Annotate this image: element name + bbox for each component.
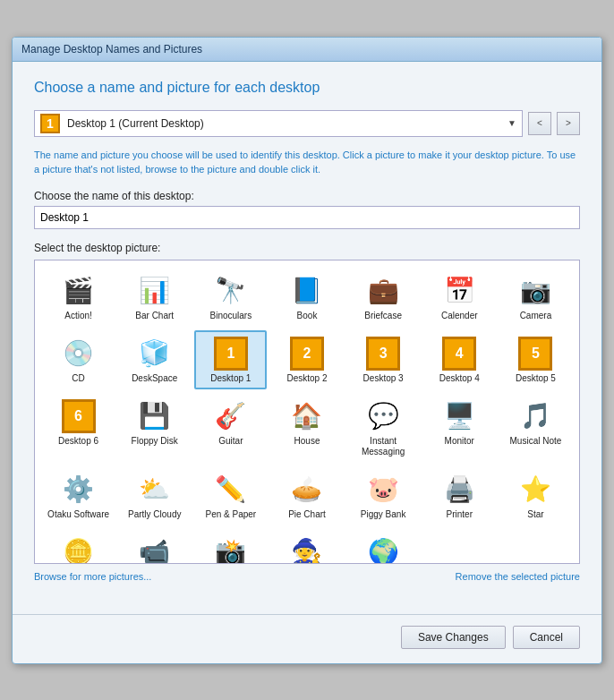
footer: Save Changes Cancel: [13, 626, 601, 663]
manage-dialog: Manage Desktop Names and Pictures Choose…: [12, 37, 602, 664]
pic-label-book: Book: [297, 311, 318, 321]
pic-item-world[interactable]: 🌍World: [347, 529, 420, 564]
pic-label-deskspace: DeskSpace: [132, 373, 177, 384]
pic-item-desktop6[interactable]: 6Desktop 6: [42, 393, 115, 463]
pic-item-desktop1[interactable]: 1Desktop 1: [194, 330, 267, 389]
pic-label-desktop2: Desktop 2: [286, 373, 327, 384]
pic-icon-action: 🎬: [61, 273, 97, 309]
pic-item-monitor[interactable]: 🖥️Monitor: [423, 393, 496, 463]
pic-icon-desktop3: 3: [365, 336, 401, 371]
pic-label-briefcase: Briefcase: [364, 311, 402, 321]
pic-item-printer[interactable]: 🖨️Printer: [423, 466, 496, 525]
remove-link[interactable]: Remove the selected picture: [456, 571, 580, 582]
picture-grid: 🎬Action!📊Bar Chart🔭Binoculars📘Book💼Brief…: [42, 268, 572, 564]
desktop-dropdown[interactable]: 1 Desktop 1 (Current Desktop) ▼: [34, 110, 523, 137]
pic-item-piggybank[interactable]: 🐷Piggy Bank: [347, 466, 420, 525]
pic-label-action: Action!: [64, 311, 92, 321]
pic-item-star[interactable]: ⭐Star: [499, 466, 572, 525]
pic-item-guitar[interactable]: 🎸Guitar: [194, 393, 267, 463]
pic-icon-webcam: 📸: [213, 534, 249, 564]
pic-label-house: House: [294, 436, 320, 447]
pic-icon-calender: 📅: [441, 273, 477, 309]
pic-item-videocamera[interactable]: 📹Video Camera: [118, 529, 191, 564]
pic-item-deskspace[interactable]: 🧊DeskSpace: [118, 330, 191, 389]
next-desktop-button[interactable]: >: [557, 112, 580, 135]
pic-label-musicalnote: Musical Note: [510, 436, 562, 447]
picture-grid-container: 🎬Action!📊Bar Chart🔭Binoculars📘Book💼Brief…: [34, 260, 580, 564]
pic-icon-printer: 🖨️: [441, 472, 477, 508]
pic-item-cd[interactable]: 💿CD: [42, 330, 115, 389]
pic-label-binoculars: Binoculars: [210, 311, 252, 321]
pic-item-piechart[interactable]: 🥧Pie Chart: [270, 466, 343, 525]
cancel-button[interactable]: Cancel: [513, 626, 580, 649]
pic-item-treasurechest[interactable]: 🪙Treasure Chest: [42, 529, 115, 564]
pic-label-floppydisk: Floppy Disk: [132, 436, 178, 447]
prev-desktop-button[interactable]: <: [528, 112, 551, 135]
pic-icon-videocamera: 📹: [137, 534, 173, 564]
pic-item-book[interactable]: 📘Book: [270, 268, 343, 327]
pic-item-webcam[interactable]: 📸Webcam: [194, 529, 267, 564]
desktop-name-input[interactable]: [34, 206, 580, 229]
pic-item-wizardhat[interactable]: 🧙Wizard Hat: [270, 529, 343, 564]
pic-icon-house: 🏠: [289, 398, 325, 434]
pic-label-otaku: Otaku Software: [47, 509, 109, 520]
pic-icon-floppydisk: 💾: [137, 398, 173, 434]
pic-label-desktop3: Desktop 3: [363, 373, 404, 384]
pic-label-desktop1: Desktop 1: [210, 373, 251, 384]
pic-item-binoculars[interactable]: 🔭Binoculars: [194, 268, 267, 327]
pic-icon-binoculars: 🔭: [213, 273, 249, 309]
pic-item-desktop4[interactable]: 4Desktop 4: [423, 330, 496, 389]
save-button[interactable]: Save Changes: [401, 626, 506, 649]
browse-link[interactable]: Browse for more pictures...: [34, 571, 151, 582]
pic-item-floppydisk[interactable]: 💾Floppy Disk: [118, 393, 191, 463]
pic-item-briefcase[interactable]: 💼Briefcase: [347, 268, 420, 327]
pic-item-camera[interactable]: 📷Camera: [499, 268, 572, 327]
pic-item-calender[interactable]: 📅Calender: [423, 268, 496, 327]
picture-section-label: Select the desktop picture:: [34, 242, 580, 254]
pic-icon-desktop2: 2: [289, 336, 325, 371]
pic-icon-camera: 📷: [517, 273, 553, 309]
pic-icon-desktop6: 6: [61, 398, 97, 434]
pic-label-guitar: Guitar: [218, 436, 243, 447]
pic-icon-world: 🌍: [365, 534, 401, 564]
dropdown-text: Desktop 1 (Current Desktop): [67, 117, 500, 130]
pic-item-otaku[interactable]: ⚙️Otaku Software: [42, 466, 115, 525]
pic-item-penpaper[interactable]: ✏️Pen & Paper: [194, 466, 267, 525]
pic-label-piechart: Pie Chart: [288, 509, 326, 520]
pic-item-action[interactable]: 🎬Action!: [42, 268, 115, 327]
pic-icon-monitor: 🖥️: [441, 398, 477, 434]
dropdown-badge: 1: [40, 114, 60, 133]
pic-icon-barchart: 📊: [137, 273, 173, 309]
pic-label-printer: Printer: [447, 509, 473, 520]
dialog-title: Manage Desktop Names and Pictures: [21, 43, 202, 55]
pic-icon-cd: 💿: [61, 336, 97, 371]
pic-icon-desktop1: 1: [213, 336, 249, 371]
name-field-label: Choose the name of this desktop:: [34, 190, 580, 202]
dropdown-row: 1 Desktop 1 (Current Desktop) ▼ < >: [34, 110, 580, 137]
pic-icon-treasurechest: 🪙: [61, 534, 97, 564]
pic-label-cd: CD: [72, 373, 84, 384]
pic-item-house[interactable]: 🏠House: [270, 393, 343, 463]
pic-label-calender: Calender: [441, 311, 478, 321]
pic-item-desktop2[interactable]: 2Desktop 2: [270, 330, 343, 389]
pic-item-desktop5[interactable]: 5Desktop 5: [499, 330, 572, 389]
pic-icon-briefcase: 💼: [365, 273, 401, 309]
pic-item-musicalnote[interactable]: 🎵Musical Note: [499, 393, 572, 463]
pic-icon-penpaper: ✏️: [213, 472, 249, 508]
pic-item-barchart[interactable]: 📊Bar Chart: [118, 268, 191, 327]
pic-icon-piggybank: 🐷: [365, 472, 401, 508]
pic-label-camera: Camera: [520, 311, 552, 321]
separator: [13, 614, 601, 615]
pic-icon-musicalnote: 🎵: [517, 398, 553, 434]
pic-icon-desktop5: 5: [517, 336, 553, 371]
pic-label-desktop6: Desktop 6: [58, 436, 98, 447]
pic-label-penpaper: Pen & Paper: [205, 509, 256, 520]
pic-icon-guitar: 🎸: [213, 398, 249, 434]
pic-item-partlycloudy[interactable]: ⛅Partly Cloudy: [118, 466, 191, 525]
pic-item-instantmessaging[interactable]: 💬Instant Messaging: [347, 393, 420, 463]
pic-item-desktop3[interactable]: 3Desktop 3: [347, 330, 420, 389]
pic-icon-desktop4: 4: [441, 336, 477, 371]
pic-label-partlycloudy: Partly Cloudy: [128, 509, 181, 520]
pic-icon-wizardhat: 🧙: [289, 534, 325, 564]
pic-icon-partlycloudy: ⛅: [137, 472, 173, 508]
